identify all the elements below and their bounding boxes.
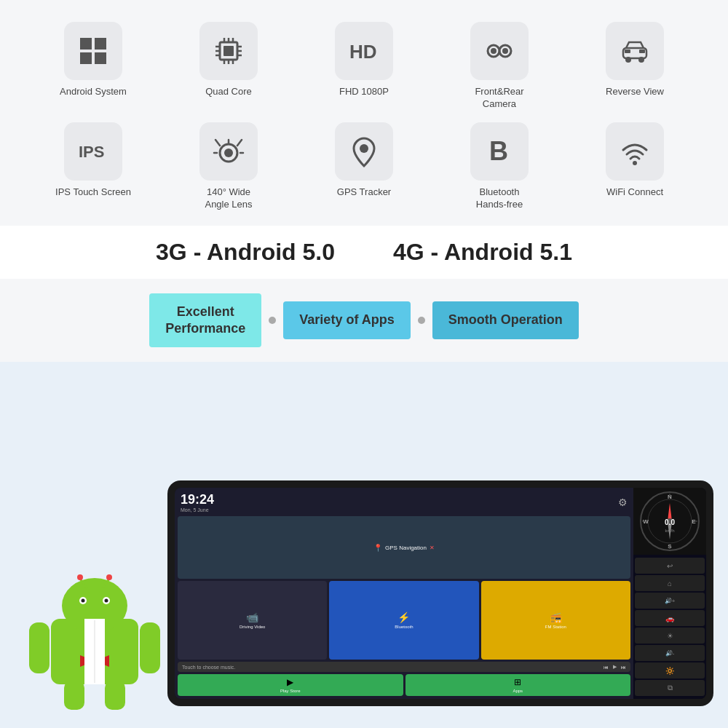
prev-icon[interactable]: ⏮ [604,665,609,670]
svg-text:km/h: km/h [665,529,674,533]
svg-rect-44 [29,622,50,673]
svg-rect-46 [64,681,84,710]
features-section: Android System [0,0,728,226]
svg-point-38 [82,599,85,603]
android-section: 3G - Android 5.0 4G - Android 5.1 [0,226,728,279]
ips-icon: IPS [76,134,111,169]
feature-reverse-view: Reverse View [571,22,699,111]
svg-rect-0 [80,38,92,50]
ips-touch-screen-label: IPS Touch Screen [55,186,131,199]
app-tile-fm-station[interactable]: 📻 FM Station [481,581,630,660]
svg-text:HD: HD [349,41,377,63]
screen-top-bar: 19:24 Mon, 5 June ⚙ [178,491,630,514]
app-tile-bluetooth[interactable]: ⚡ Bluetooth [329,581,478,660]
svg-text:0.0: 0.0 [665,518,675,526]
app-tile-apps[interactable]: ⊞ Apps [405,674,631,696]
vol-down-btn[interactable]: 🔊- [635,645,705,661]
performance-section: Excellent Performance Variety of Apps Sm… [0,279,728,363]
app-grid: 📹 Driving Video ⚡ Bluetooth 📻 FM Station [178,581,630,660]
svg-point-30 [224,149,233,157]
gps-tracker-icon-box [335,122,393,181]
svg-rect-27 [639,50,645,53]
reverse-view-icon-box [606,22,664,80]
dim-btn[interactable]: 🔆 [635,662,705,678]
device-container: 19:24 Mon, 5 June ⚙ 📍 GPS Navigation ✕ [167,480,713,706]
bright-btn[interactable]: ☀ [635,628,705,644]
next-icon[interactable]: ⏭ [621,665,626,670]
compass-area: N S E W 0.0 km/h [633,488,706,555]
screen-date: Mon, 5 June [181,507,214,513]
gps-nav-icon: 📍 [373,544,382,552]
feature-gps-tracker: GPS Tracker [300,122,428,211]
settings-icon[interactable]: ⚙ [618,496,628,508]
bluetooth-app-icon: ⚡ [397,612,410,623]
android-system-icon [76,33,111,68]
bluetooth-icon-box: B [470,122,529,181]
music-text: Touch to choose music. [182,665,599,670]
wifi-connect-icon-box [606,122,664,181]
front-rear-camera-label: Front&RearCamera [475,86,523,111]
page-wrapper: Android System [0,0,728,728]
android-option1: 3G - Android 5.0 [156,239,335,266]
perf-badge-smooth: Smooth Operation [432,301,579,339]
play-store-label: Play Store [280,689,301,693]
svg-rect-1 [95,38,106,50]
compass-svg: N S E W 0.0 km/h [637,488,703,554]
play-icon[interactable]: ▶ [613,664,617,670]
svg-rect-3 [95,52,106,64]
device-section: 19:24 Mon, 5 June ⚙ 📍 GPS Navigation ✕ [0,362,728,728]
copy-btn[interactable]: ⧉ [635,680,705,696]
svg-rect-5 [223,46,234,56]
perf-dot-2 [418,317,425,324]
svg-text:IPS: IPS [79,143,104,161]
quad-core-icon-box [199,22,258,80]
fhd-icon-box: HD [335,22,393,80]
fhd-label: FHD 1080P [339,86,389,98]
wide-angle-lens-icon-box [199,122,258,181]
app-tile-driving-video[interactable]: 📹 Driving Video [178,581,327,660]
music-bar: Touch to choose music. ⏮ ▶ ⏭ [178,662,630,672]
fm-station-icon: 📻 [550,612,562,623]
perf-dot-1 [269,317,276,324]
screen-time: 19:24 [181,492,214,507]
back-btn[interactable]: ↩ [635,558,705,574]
android-option2: 4G - Android 5.1 [393,239,572,266]
car-btn[interactable]: 🚗 [635,610,705,626]
home-btn[interactable]: ⌂ [635,575,705,591]
perf-badge-excellent: Excellent Performance [149,293,261,348]
svg-point-39 [105,599,108,603]
vol-up-btn[interactable]: 🔊+ [635,593,705,609]
svg-point-43 [106,574,112,580]
features-grid: Android System [29,22,699,211]
feature-wifi-connect: WiFi Connect [571,122,699,211]
nav-map-row: 📍 GPS Navigation ✕ [178,516,630,579]
svg-rect-47 [105,681,125,710]
reverse-view-label: Reverse View [606,86,664,98]
app-tile-play-store[interactable]: ▶ Play Store [178,674,403,696]
feature-bluetooth: B BluetoothHands-free [435,122,563,211]
svg-rect-2 [80,52,92,64]
feature-wide-angle-lens: 140° WideAngle Lens [165,122,293,211]
screen-right: N S E W 0.0 km/h [633,488,706,699]
svg-point-42 [77,574,83,580]
side-controls: ↩ ⌂ 🔊+ 🚗 ☀ 🔊- 🔆 ⧉ [633,555,706,699]
svg-point-31 [360,144,368,153]
android-system-icon-box [64,22,122,80]
svg-point-22 [502,48,508,54]
feature-front-rear-camera: Front&RearCamera [435,22,563,111]
svg-rect-45 [140,622,160,673]
wide-angle-lens-icon [211,134,246,169]
device-screen: 19:24 Mon, 5 June ⚙ 📍 GPS Navigation ✕ [175,488,706,699]
apps-label: Apps [513,689,523,693]
quad-core-icon [211,33,246,68]
wifi-connect-label: WiFi Connect [606,186,663,199]
fm-station-label: FM Station [545,625,566,629]
front-rear-camera-icon-box [470,22,529,80]
svg-point-25 [638,57,644,63]
screen-left: 19:24 Mon, 5 June ⚙ 📍 GPS Navigation ✕ [175,488,633,699]
play-store-icon: ▶ [287,677,293,687]
svg-point-24 [625,57,631,63]
gps-tracker-icon [347,134,381,169]
feature-android-system: Android System [29,22,157,111]
bottom-apps: ▶ Play Store ⊞ Apps [178,674,630,696]
